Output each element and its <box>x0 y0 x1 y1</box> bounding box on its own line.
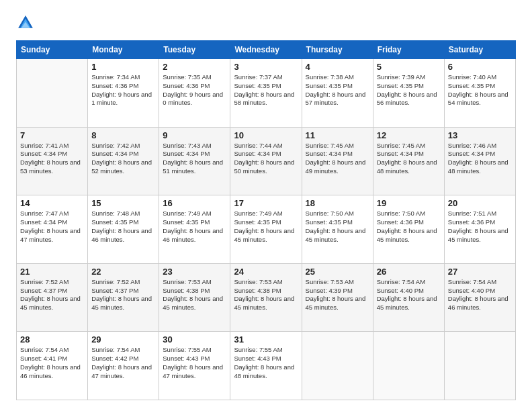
calendar-table: SundayMondayTuesdayWednesdayThursdayFrid… <box>16 40 516 400</box>
calendar-cell: 27Sunrise: 7:54 AM Sunset: 4:40 PM Dayli… <box>444 263 515 332</box>
cell-text: Sunrise: 7:49 AM Sunset: 4:35 PM Dayligh… <box>163 210 226 244</box>
weekday-header-sunday: Sunday <box>17 41 88 59</box>
calendar-cell: 30Sunrise: 7:55 AM Sunset: 4:43 PM Dayli… <box>159 332 230 400</box>
day-number: 10 <box>234 130 298 140</box>
calendar-cell: 31Sunrise: 7:55 AM Sunset: 4:43 PM Dayli… <box>230 332 302 400</box>
cell-text: Sunrise: 7:43 AM Sunset: 4:34 PM Dayligh… <box>163 142 226 176</box>
calendar-cell: 3Sunrise: 7:37 AM Sunset: 4:35 PM Daylig… <box>230 59 302 128</box>
calendar-cell: 2Sunrise: 7:35 AM Sunset: 4:36 PM Daylig… <box>159 59 230 128</box>
calendar-cell: 13Sunrise: 7:46 AM Sunset: 4:34 PM Dayli… <box>444 127 515 195</box>
day-number: 2 <box>163 62 226 72</box>
week-row-5: 28Sunrise: 7:54 AM Sunset: 4:41 PM Dayli… <box>17 332 516 400</box>
day-number: 21 <box>20 267 84 277</box>
day-number: 23 <box>163 267 226 277</box>
cell-text: Sunrise: 7:38 AM Sunset: 4:35 PM Dayligh… <box>306 73 369 107</box>
calendar-cell <box>302 332 373 400</box>
weekday-header-saturday: Saturday <box>444 41 515 59</box>
calendar-cell <box>444 332 515 400</box>
day-number: 26 <box>377 267 441 277</box>
cell-text: Sunrise: 7:35 AM Sunset: 4:36 PM Dayligh… <box>163 73 226 107</box>
cell-text: Sunrise: 7:42 AM Sunset: 4:34 PM Dayligh… <box>91 142 155 176</box>
calendar-cell: 5Sunrise: 7:39 AM Sunset: 4:35 PM Daylig… <box>373 59 444 128</box>
page: SundayMondayTuesdayWednesdayThursdayFrid… <box>0 0 532 411</box>
week-row-1: 1Sunrise: 7:34 AM Sunset: 4:36 PM Daylig… <box>17 59 516 128</box>
day-number: 29 <box>91 334 155 345</box>
calendar-cell: 20Sunrise: 7:51 AM Sunset: 4:36 PM Dayli… <box>444 195 515 264</box>
calendar-cell: 17Sunrise: 7:49 AM Sunset: 4:35 PM Dayli… <box>230 195 302 264</box>
weekday-header-monday: Monday <box>88 41 159 59</box>
calendar-cell: 18Sunrise: 7:50 AM Sunset: 4:35 PM Dayli… <box>302 195 373 264</box>
cell-text: Sunrise: 7:54 AM Sunset: 4:42 PM Dayligh… <box>91 346 155 380</box>
calendar-cell: 26Sunrise: 7:54 AM Sunset: 4:40 PM Dayli… <box>373 263 444 332</box>
day-number: 5 <box>377 62 441 72</box>
cell-text: Sunrise: 7:53 AM Sunset: 4:38 PM Dayligh… <box>234 278 298 312</box>
cell-text: Sunrise: 7:49 AM Sunset: 4:35 PM Dayligh… <box>234 210 298 244</box>
cell-text: Sunrise: 7:54 AM Sunset: 4:40 PM Dayligh… <box>377 278 441 312</box>
day-number: 9 <box>163 130 226 140</box>
calendar-cell: 22Sunrise: 7:52 AM Sunset: 4:37 PM Dayli… <box>88 263 159 332</box>
day-number: 11 <box>306 130 369 140</box>
cell-text: Sunrise: 7:55 AM Sunset: 4:43 PM Dayligh… <box>163 346 226 380</box>
cell-text: Sunrise: 7:40 AM Sunset: 4:35 PM Dayligh… <box>448 73 512 107</box>
cell-text: Sunrise: 7:53 AM Sunset: 4:39 PM Dayligh… <box>306 278 369 312</box>
calendar-cell: 12Sunrise: 7:45 AM Sunset: 4:34 PM Dayli… <box>373 127 444 195</box>
calendar-cell: 7Sunrise: 7:41 AM Sunset: 4:34 PM Daylig… <box>17 127 88 195</box>
day-number: 8 <box>91 130 155 140</box>
calendar-cell: 14Sunrise: 7:47 AM Sunset: 4:34 PM Dayli… <box>17 195 88 264</box>
day-number: 27 <box>448 267 512 277</box>
cell-text: Sunrise: 7:44 AM Sunset: 4:34 PM Dayligh… <box>234 142 298 176</box>
day-number: 7 <box>20 130 84 140</box>
calendar-cell: 9Sunrise: 7:43 AM Sunset: 4:34 PM Daylig… <box>159 127 230 195</box>
day-number: 18 <box>306 198 369 208</box>
calendar-cell <box>17 59 88 128</box>
day-number: 1 <box>91 62 155 72</box>
calendar-cell: 10Sunrise: 7:44 AM Sunset: 4:34 PM Dayli… <box>230 127 302 195</box>
day-number: 3 <box>234 62 298 72</box>
cell-text: Sunrise: 7:47 AM Sunset: 4:34 PM Dayligh… <box>20 210 84 244</box>
day-number: 28 <box>20 334 84 345</box>
cell-text: Sunrise: 7:37 AM Sunset: 4:35 PM Dayligh… <box>234 73 298 107</box>
weekday-header-row: SundayMondayTuesdayWednesdayThursdayFrid… <box>17 41 516 59</box>
logo-icon <box>16 13 35 32</box>
cell-text: Sunrise: 7:39 AM Sunset: 4:35 PM Dayligh… <box>377 73 441 107</box>
calendar-cell: 1Sunrise: 7:34 AM Sunset: 4:36 PM Daylig… <box>88 59 159 128</box>
day-number: 13 <box>448 130 512 140</box>
cell-text: Sunrise: 7:52 AM Sunset: 4:37 PM Dayligh… <box>91 278 155 312</box>
week-row-4: 21Sunrise: 7:52 AM Sunset: 4:37 PM Dayli… <box>17 263 516 332</box>
day-number: 20 <box>448 198 512 208</box>
weekday-header-friday: Friday <box>373 41 444 59</box>
logo <box>16 13 38 32</box>
calendar-cell: 15Sunrise: 7:48 AM Sunset: 4:35 PM Dayli… <box>88 195 159 264</box>
weekday-header-tuesday: Tuesday <box>159 41 230 59</box>
day-number: 24 <box>234 267 298 277</box>
calendar-cell: 29Sunrise: 7:54 AM Sunset: 4:42 PM Dayli… <box>88 332 159 400</box>
day-number: 30 <box>163 334 226 345</box>
header <box>16 13 516 32</box>
day-number: 22 <box>91 267 155 277</box>
cell-text: Sunrise: 7:45 AM Sunset: 4:34 PM Dayligh… <box>377 142 441 176</box>
day-number: 12 <box>377 130 441 140</box>
cell-text: Sunrise: 7:46 AM Sunset: 4:34 PM Dayligh… <box>448 142 512 176</box>
calendar-cell <box>373 332 444 400</box>
week-row-2: 7Sunrise: 7:41 AM Sunset: 4:34 PM Daylig… <box>17 127 516 195</box>
calendar-cell: 25Sunrise: 7:53 AM Sunset: 4:39 PM Dayli… <box>302 263 373 332</box>
cell-text: Sunrise: 7:50 AM Sunset: 4:35 PM Dayligh… <box>306 210 369 244</box>
day-number: 14 <box>20 198 84 208</box>
cell-text: Sunrise: 7:53 AM Sunset: 4:38 PM Dayligh… <box>163 278 226 312</box>
calendar-cell: 16Sunrise: 7:49 AM Sunset: 4:35 PM Dayli… <box>159 195 230 264</box>
calendar-cell: 19Sunrise: 7:50 AM Sunset: 4:36 PM Dayli… <box>373 195 444 264</box>
cell-text: Sunrise: 7:54 AM Sunset: 4:40 PM Dayligh… <box>448 278 512 312</box>
day-number: 31 <box>234 334 298 345</box>
cell-text: Sunrise: 7:34 AM Sunset: 4:36 PM Dayligh… <box>91 73 155 107</box>
day-number: 6 <box>448 62 512 72</box>
cell-text: Sunrise: 7:45 AM Sunset: 4:34 PM Dayligh… <box>306 142 369 176</box>
cell-text: Sunrise: 7:50 AM Sunset: 4:36 PM Dayligh… <box>377 210 441 244</box>
calendar-cell: 28Sunrise: 7:54 AM Sunset: 4:41 PM Dayli… <box>17 332 88 400</box>
calendar-cell: 24Sunrise: 7:53 AM Sunset: 4:38 PM Dayli… <box>230 263 302 332</box>
calendar-cell: 11Sunrise: 7:45 AM Sunset: 4:34 PM Dayli… <box>302 127 373 195</box>
calendar-cell: 4Sunrise: 7:38 AM Sunset: 4:35 PM Daylig… <box>302 59 373 128</box>
week-row-3: 14Sunrise: 7:47 AM Sunset: 4:34 PM Dayli… <box>17 195 516 264</box>
day-number: 17 <box>234 198 298 208</box>
cell-text: Sunrise: 7:41 AM Sunset: 4:34 PM Dayligh… <box>20 142 84 176</box>
cell-text: Sunrise: 7:55 AM Sunset: 4:43 PM Dayligh… <box>234 346 298 380</box>
